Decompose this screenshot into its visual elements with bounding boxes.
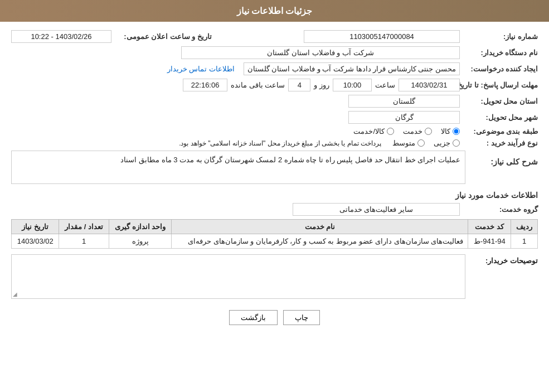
announce-value: 1403/02/26 - 10:22 <box>11 30 111 43</box>
col-name: نام خدمت <box>172 220 468 234</box>
group-label: گروه خدمت: <box>460 205 538 214</box>
deadline-label: مهلت ارسال پاسخ: تا تاریخ: <box>460 81 538 89</box>
cell-unit: پروژه <box>109 234 172 249</box>
category-option-kala[interactable]: کالا <box>441 127 460 135</box>
province-label: استان محل تحویل: <box>460 97 538 105</box>
page-title: جزئیات اطلاعات نیاز <box>237 6 313 16</box>
buyer-resize-icon: ◢ <box>13 291 17 297</box>
process-label: نوع فرآیند خرید : <box>460 139 538 147</box>
need-desc-title: شرح کلی نیاز: <box>471 157 538 181</box>
process-note: پرداخت تمام یا بخشی از مبلغ خریداز محل "… <box>179 139 381 147</box>
city-label: شهر محل تحویل: <box>460 113 538 122</box>
creator-label: ایجاد کننده درخواست: <box>460 65 538 73</box>
print-button[interactable]: چاپ <box>283 310 320 325</box>
announce-label: تاریخ و ساعت اعلان عمومی: <box>111 32 212 41</box>
buyer-desc-label: توصیحات خریدار: <box>471 254 538 265</box>
table-row: 1 941-94-ط فعالیت‌های سازمان‌های دارای ع… <box>12 234 538 249</box>
cell-row: 1 <box>511 234 538 249</box>
org-name-value: شرکت آب و فاضلاب استان گلستان <box>181 46 460 59</box>
city-value: گرگان <box>348 111 460 124</box>
buyer-desc-box: ◢ <box>11 254 465 299</box>
cell-code: 941-94-ط <box>468 234 511 249</box>
need-desc-content: عملیات اجرای خط انتقال حد فاصل پلیس راه … <box>11 151 465 184</box>
col-qty: تعداد / مقدار <box>59 220 109 234</box>
cell-qty: 1 <box>59 234 109 249</box>
creator-value: محسن جنتی کارشناس قرار دادها شرکت آب و ف… <box>244 62 460 75</box>
deadline-date: 1403/02/31 <box>399 79 460 91</box>
process-option-mota[interactable]: متوسط <box>392 139 425 147</box>
category-option-kala-khedmat[interactable]: کالا/خدمت <box>353 127 394 135</box>
deadline-time: 10:00 <box>333 79 372 91</box>
col-date: تاریخ نیاز <box>12 220 59 234</box>
services-table: ردیف کد خدمت نام خدمت واحد اندازه گیری ت… <box>11 219 538 249</box>
cell-date: 1403/03/02 <box>12 234 59 249</box>
col-row: ردیف <box>511 220 538 234</box>
services-title: اطلاعات خدمات مورد نیاز <box>11 191 538 200</box>
back-button[interactable]: بازگشت <box>229 310 278 325</box>
need-number-value: 1103005147000084 <box>304 30 460 43</box>
col-code: کد خدمت <box>468 220 511 234</box>
need-number-label: شماره نیاز: <box>460 32 538 41</box>
deadline-time-label: ساعت <box>375 81 395 89</box>
category-label: طبقه بندی موضوعی: <box>460 127 538 135</box>
cell-name: فعالیت‌های سازمان‌های دارای عضو مربوط به… <box>172 234 468 249</box>
page-header: جزئیات اطلاعات نیاز <box>0 0 549 22</box>
process-option-jozyi[interactable]: جزیی <box>434 139 460 147</box>
deadline-remaining-label: ساعت باقی مانده <box>231 81 285 89</box>
deadline-day-label: روز و <box>314 81 329 89</box>
org-name-label: نام دستگاه خریدار: <box>460 49 538 57</box>
group-value: سایر فعالیت‌های خدماتی <box>293 203 460 216</box>
deadline-days: 4 <box>288 79 310 91</box>
category-option-khedmat[interactable]: خدمت <box>403 127 432 135</box>
col-unit: واحد اندازه گیری <box>109 220 172 234</box>
creator-link[interactable]: اطلاعات تماس خریدار <box>167 65 235 73</box>
province-value: گلستان <box>348 95 460 108</box>
deadline-remaining: 22:16:06 <box>183 79 227 91</box>
